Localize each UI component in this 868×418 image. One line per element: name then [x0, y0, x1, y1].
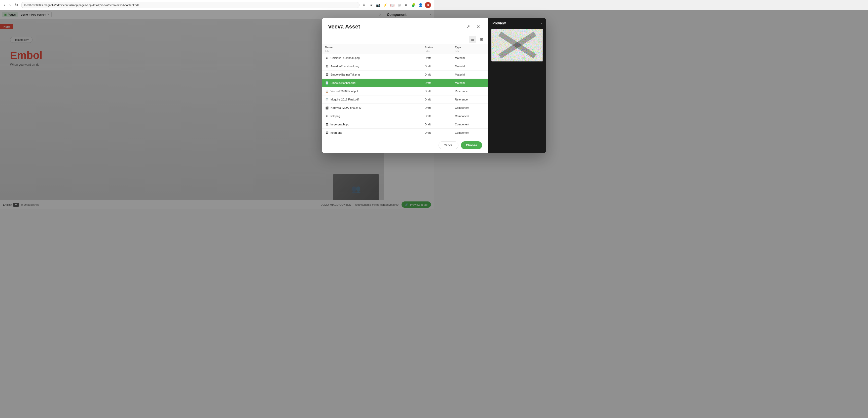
table-row[interactable]: 🖼 ChlaibrisThumbnail.png Draft Material — [322, 54, 434, 62]
bookmark-icon[interactable]: ★ — [369, 2, 374, 7]
row-name: Natevba_MOA_final.m4v — [331, 106, 361, 109]
table-row[interactable]: 🖼 EmbolexBannerTall.png Draft Material — [322, 70, 434, 79]
modal-overlay: Veeva Asset ⤢ ✕ ☰ ⊞ Name Filter... — [0, 10, 434, 209]
row-name: AmadrinThumbnail.png — [331, 65, 359, 68]
row-status: Draft — [425, 123, 434, 126]
table-row[interactable]: 🖼 large-graph.jpg Draft Component — [322, 120, 434, 129]
row-icon: 🖼 — [325, 64, 329, 68]
row-status: Draft — [425, 115, 434, 118]
asset-table: Name Filter... Status Filter... Type Fil… — [322, 44, 434, 137]
lightning-icon[interactable]: ⚡ — [383, 2, 388, 7]
col-name-header: Name Filter... — [325, 45, 425, 53]
row-status: Draft — [425, 65, 434, 68]
table-row[interactable]: 📋 Mcguire 2018 Final.pdf Draft Reference — [322, 95, 434, 104]
row-status: Draft — [425, 131, 434, 134]
row-status: Draft — [425, 90, 434, 93]
row-icon: 🖼 — [325, 72, 329, 77]
row-status: Draft — [425, 98, 434, 101]
modal-footer: Cancel Choose — [322, 137, 434, 153]
row-icon: 🖼 — [325, 114, 329, 118]
row-name: EmbolexBanner.png — [331, 81, 355, 84]
asset-table-rows: 🖼 ChlaibrisThumbnail.png Draft Material … — [322, 54, 434, 137]
forward-button[interactable]: › — [8, 2, 11, 8]
row-icon: 🖼 — [325, 56, 329, 60]
book-icon[interactable]: 📖 — [390, 2, 395, 7]
puzzle-icon[interactable]: 🧩 — [411, 2, 416, 7]
row-name: heart.png — [331, 131, 342, 134]
row-icon: 📋 — [325, 97, 329, 101]
row-name: ChlaibrisThumbnail.png — [331, 56, 360, 59]
row-icon: 🎬 — [325, 106, 329, 110]
table-toolbar: ☰ ⊞ — [322, 35, 434, 44]
table-row[interactable]: 🖼 tick.png Draft Component — [322, 112, 434, 120]
row-name: large-graph.jpg — [331, 123, 349, 126]
grid-icon[interactable]: ⊞ — [397, 2, 402, 7]
camera-icon[interactable]: 📷 — [376, 2, 381, 7]
table-row[interactable]: 🖼 AmadrinThumbnail.png Draft Material — [322, 62, 434, 70]
row-status: Draft — [425, 106, 434, 109]
monitor-icon[interactable]: 🖥 — [404, 2, 409, 7]
table-row[interactable]: 📄 EmbolexBanner.png Draft Material — [322, 79, 434, 87]
avatar[interactable]: R — [425, 2, 431, 8]
table-row[interactable]: 📋 Vincent 2020 Final.pdf Draft Reference — [322, 87, 434, 95]
row-status: Draft — [425, 81, 434, 84]
modal-title: Veeva Asset — [328, 23, 360, 30]
browser-toolbar: ‹ › ↻ ⬇ ★ 📷 ⚡ 📖 ⊞ 🖥 🧩 👤 R — [0, 0, 434, 10]
row-name: EmbolexBannerTall.png — [331, 73, 360, 76]
row-icon: 📄 — [325, 81, 329, 85]
download-icon[interactable]: ⬇ — [362, 2, 367, 7]
row-name: tick.png — [331, 115, 340, 118]
table-header: Name Filter... Status Filter... Type Fil… — [322, 44, 434, 54]
row-icon: 🖼 — [325, 131, 329, 135]
col-status-header: Status Filter... — [425, 45, 434, 53]
table-row[interactable]: 🖼 heart.png Draft Component — [322, 129, 434, 137]
table-row[interactable]: 🎬 Natevba_MOA_final.m4v Draft Component — [322, 104, 434, 112]
modal-main: Veeva Asset ⤢ ✕ ☰ ⊞ Name Filter... — [322, 18, 434, 153]
row-icon: 🖼 — [325, 122, 329, 126]
address-bar[interactable] — [21, 2, 360, 8]
row-name: Vincent 2020 Final.pdf — [331, 90, 358, 93]
back-button[interactable]: ‹ — [3, 2, 6, 8]
modal-container: Veeva Asset ⤢ ✕ ☰ ⊞ Name Filter... — [322, 18, 434, 153]
row-name: Mcguire 2018 Final.pdf — [331, 98, 359, 101]
refresh-button[interactable]: ↻ — [14, 1, 19, 8]
row-icon: 📋 — [325, 89, 329, 93]
modal-header: Veeva Asset ⤢ ✕ — [322, 18, 434, 35]
person-icon[interactable]: 👤 — [418, 2, 423, 7]
row-status: Draft — [425, 73, 434, 76]
row-status: Draft — [425, 56, 434, 59]
